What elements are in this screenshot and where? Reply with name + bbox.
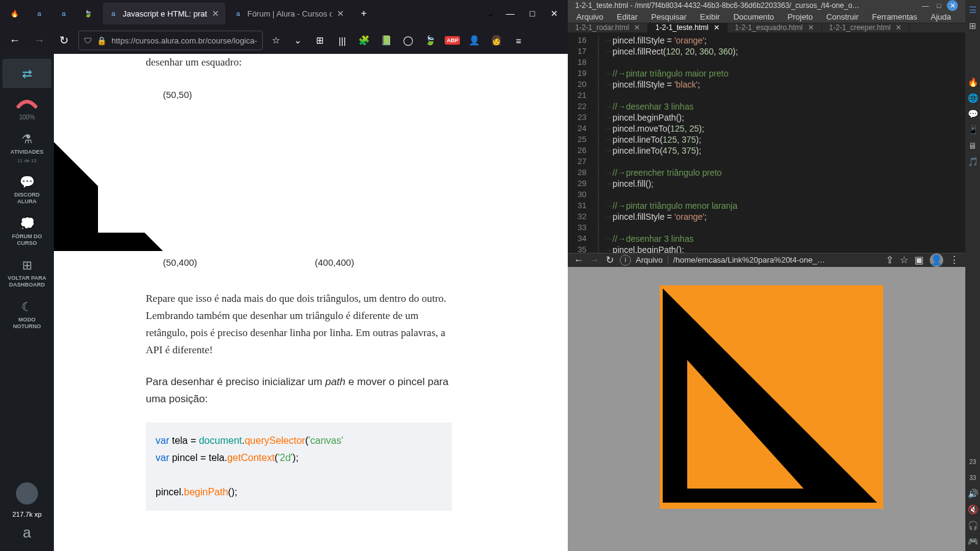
minimize-button[interactable]: — (502, 5, 519, 22)
menu-ferramentas[interactable]: Ferramentas (866, 11, 924, 23)
taskbar-text: 33 (967, 471, 979, 484)
close-icon[interactable]: ✕ (634, 23, 640, 32)
new-tab-button[interactable]: + (355, 5, 372, 22)
back-button[interactable]: ← (5, 31, 24, 50)
tab-label: Javascript e HTML: pratiqu (123, 9, 207, 18)
tab-firefox[interactable]: 🔥 (5, 2, 27, 24)
tab-evernote[interactable]: 🍃 (78, 2, 100, 24)
bookmark-button[interactable]: ☆ (268, 32, 285, 49)
editor-tab[interactable]: 1-2-1_esquadro.html✕ (728, 23, 822, 32)
progress-icon (16, 94, 38, 111)
taskbar-icon[interactable]: 🎵 (967, 156, 979, 168)
menu-editar[interactable]: Editar (611, 11, 644, 23)
editor-preview-pane: 1-2-1_teste.html - /mnt/7f4b8034-4432-46… (568, 0, 965, 551)
forward-button[interactable]: → (29, 31, 49, 50)
maximize-button[interactable]: □ (933, 0, 944, 11)
evernote-icon[interactable]: 🍃 (422, 32, 439, 49)
sidebar-item-dashboard[interactable]: ⊞ VOLTAR PARA DASHBOARD (2, 253, 51, 293)
close-icon[interactable]: ✕ (337, 9, 344, 18)
volume-icon[interactable]: 🔊 (967, 487, 979, 500)
menu-ajuda[interactable]: Ajuda (925, 11, 957, 23)
menu-arquivo[interactable]: Arquivo (570, 11, 609, 23)
tab-forum[interactable]: a Fórum | Alura - Cursos onlin ✕ (228, 2, 350, 24)
minimize-button[interactable]: — (920, 0, 931, 11)
mute-icon[interactable]: 🔇 (967, 503, 979, 515)
editor-tab-active[interactable]: 1-2-1_teste.html✕ (648, 23, 728, 32)
coord-label: (100,350) (184, 236, 223, 247)
tab-strip: 🔥 a a 🍃 a Javascript e HTML: pratiqu ✕ a… (0, 0, 568, 27)
share-icon[interactable]: ⇪ (886, 254, 894, 266)
tab-alura-2[interactable]: a (54, 2, 76, 24)
profile-icon[interactable]: 👩 (488, 32, 505, 49)
adblock-icon[interactable]: ABP (444, 32, 461, 49)
discord-icon[interactable]: 💬 (967, 108, 979, 120)
taskbar-icon[interactable]: 📱 (967, 124, 979, 136)
close-button[interactable]: ✕ (947, 0, 958, 11)
sidebar-item-darkmode[interactable]: ☾ MODO NOTURNO (2, 294, 51, 335)
close-icon[interactable]: ✕ (212, 9, 219, 18)
preview-url[interactable]: i Arquivo /home/emcasa/Link%20para%20t4-… (620, 255, 880, 266)
paragraph: Repare que isso é nada mais do que dois … (146, 290, 452, 359)
star-icon[interactable]: ☆ (900, 254, 908, 266)
pocket-button[interactable]: ⌄ (290, 32, 307, 49)
menu-icon[interactable]: ⋮ (949, 254, 959, 266)
panel-icon[interactable]: ▣ (914, 254, 924, 266)
sidebar-item-forum[interactable]: 💭 FÓRUM DO CURSO (2, 211, 51, 252)
alura-icon: a (234, 9, 243, 18)
grid-icon: ⊞ (22, 258, 32, 272)
headphones-icon[interactable]: 🎧 (967, 519, 979, 531)
tab-active[interactable]: a Javascript e HTML: pratiqu ✕ (103, 2, 225, 24)
reload-button[interactable]: ↻ (606, 254, 614, 266)
extension-icon[interactable]: 🧩 (356, 32, 373, 49)
address-bar[interactable]: 🛡 🔒 https://cursos.alura.com.br/course/l… (78, 31, 263, 50)
svg-marker-1 (687, 360, 804, 489)
reload-button[interactable]: ↻ (54, 31, 74, 50)
alura-logo[interactable]: a (23, 524, 31, 541)
evernote-icon: 🍃 (83, 9, 93, 18)
taskbar-icon[interactable]: ☰ (967, 4, 979, 16)
alura-icon: a (109, 9, 118, 18)
user-avatar[interactable] (16, 482, 38, 504)
extension-icon[interactable]: ◯ (400, 32, 417, 49)
tab-dropdown[interactable]: ⌄ (482, 5, 499, 22)
firefox-icon[interactable]: 🔥 (967, 76, 979, 88)
sidebar-item-atividades[interactable]: ⚗ ATIVIDADES 11 de 13 (2, 127, 51, 168)
menu-exibir[interactable]: Exibir (694, 11, 726, 23)
menu-pesquisar[interactable]: Pesquisar (645, 11, 693, 23)
code-editor[interactable]: 1617181920212223242526272829303132333435… (568, 32, 965, 253)
close-icon[interactable]: ✕ (895, 23, 902, 32)
editor-title-text: 1-2-1_teste.html - /mnt/7f4b8034-4432-46… (575, 1, 859, 10)
close-icon[interactable]: ✕ (808, 23, 814, 32)
url-bar: ← → ↻ 🛡 🔒 https://cursos.alura.com.br/co… (0, 27, 568, 54)
menu-documento[interactable]: Documento (727, 11, 780, 23)
xp-label: 217.7k xp (12, 511, 42, 518)
editor-tab[interactable]: 1-2-1_creeper.html✕ (822, 23, 910, 32)
spotify-icon[interactable]: 🎮 (967, 535, 979, 547)
coord-label: (100,175) (184, 142, 223, 152)
taskbar-icon[interactable]: ⊞ (967, 20, 979, 32)
forward-button[interactable]: → (590, 255, 600, 266)
tab-alura-1[interactable]: a (29, 2, 51, 24)
library-button[interactable]: ||| (334, 32, 351, 49)
extension-icon[interactable]: 📗 (378, 32, 395, 49)
lock-icon: 🔒 (97, 36, 107, 45)
menu-button[interactable]: ≡ (510, 32, 527, 49)
menu-construir[interactable]: Construir (820, 11, 865, 23)
sidebar-toggle[interactable]: ⇄ (2, 59, 51, 88)
back-button[interactable]: ← (574, 255, 584, 266)
close-icon[interactable]: ✕ (714, 23, 720, 32)
forum-icon: 💭 (20, 216, 35, 231)
avatar-icon[interactable]: 👤 (930, 253, 943, 267)
reader-button[interactable]: ⊞ (312, 32, 329, 49)
sidebar-item-discord[interactable]: 💬 DISCORD ALURA (2, 170, 51, 210)
code-lines[interactable]: │ →pincel.fillStyle = 'orange';│ →pincel… (591, 32, 965, 253)
close-button[interactable]: ✕ (546, 5, 563, 22)
shield-icon: 🛡 (84, 36, 92, 45)
inner-triangle (98, 147, 184, 233)
extension-icon[interactable]: 👤 (466, 32, 483, 49)
menu-projeto[interactable]: Projeto (782, 11, 819, 23)
maximize-button[interactable]: □ (524, 5, 541, 22)
editor-tab[interactable]: 1-2-1_rodar.html✕ (568, 23, 648, 32)
chrome-icon[interactable]: 🌐 (967, 92, 979, 104)
taskbar-icon[interactable]: 🖥 (967, 140, 979, 152)
